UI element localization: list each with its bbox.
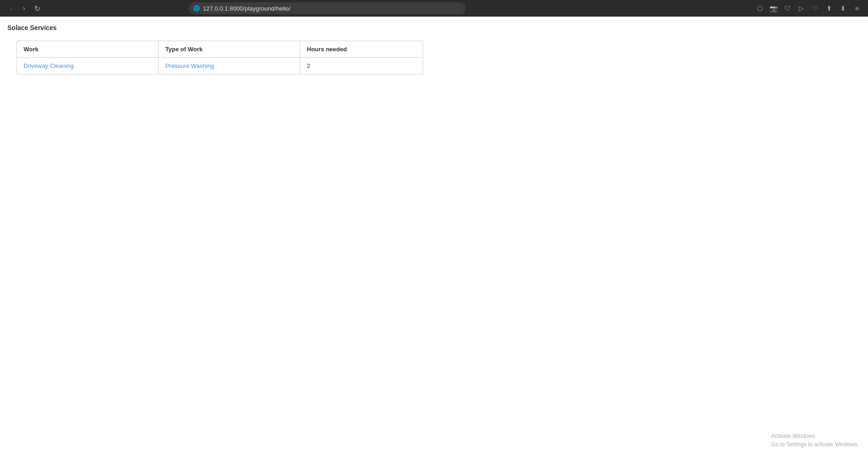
menu-icon[interactable]: ≡ <box>851 3 862 14</box>
windows-watermark-line1: Activate Windows <box>771 432 859 440</box>
table-cell-type-of-work: Pressure Washing <box>158 58 300 74</box>
col-header-work: Work <box>17 41 159 58</box>
address-bar[interactable]: 🌐 127.0.0.1:8000/playground/hello/ <box>188 2 466 14</box>
browser-nav-buttons: ‹ › ↻ <box>6 3 42 14</box>
browser-chrome: ‹ › ↻ 🌐 127.0.0.1:8000/playground/hello/… <box>0 0 868 17</box>
windows-watermark: Activate Windows Go to Settings to activ… <box>771 432 859 449</box>
table-cell-hours-needed: 2 <box>300 58 423 74</box>
reload-button[interactable]: ↻ <box>31 3 42 14</box>
camera-icon[interactable]: 📷 <box>768 3 779 14</box>
data-table: Work Type of Work Hours needed Driveway … <box>17 41 423 74</box>
screenshot-icon[interactable]: ⬡ <box>754 3 765 14</box>
col-header-hours-needed: Hours needed <box>300 41 423 58</box>
page-content: Solace Services Work Type of Work Hours … <box>0 17 868 467</box>
back-button[interactable]: ‹ <box>6 3 17 14</box>
col-header-type-of-work: Type of Work <box>158 41 300 58</box>
play-icon[interactable]: ▷ <box>796 3 807 14</box>
globe-icon: 🌐 <box>193 5 200 12</box>
table-cell-work[interactable]: Driveway Cleaning <box>17 58 159 74</box>
heart-icon[interactable]: ♡ <box>810 3 821 14</box>
browser-toolbar-right: ⬡ 📷 🛡 ▷ ♡ ⬆ ⬇ ≡ <box>754 3 862 14</box>
forward-button[interactable]: › <box>18 3 30 14</box>
table-header-row: Work Type of Work Hours needed <box>17 41 423 58</box>
url-text: 127.0.0.1:8000/playground/hello/ <box>203 5 290 12</box>
share-icon[interactable]: ⬆ <box>824 3 835 14</box>
app-title: Solace Services <box>7 24 861 31</box>
shield-icon[interactable]: 🛡 <box>782 3 793 14</box>
download-icon[interactable]: ⬇ <box>838 3 849 14</box>
windows-watermark-line2: Go to Settings to activate Windows. <box>771 440 859 449</box>
table-row: Driveway CleaningPressure Washing2 <box>17 58 423 74</box>
